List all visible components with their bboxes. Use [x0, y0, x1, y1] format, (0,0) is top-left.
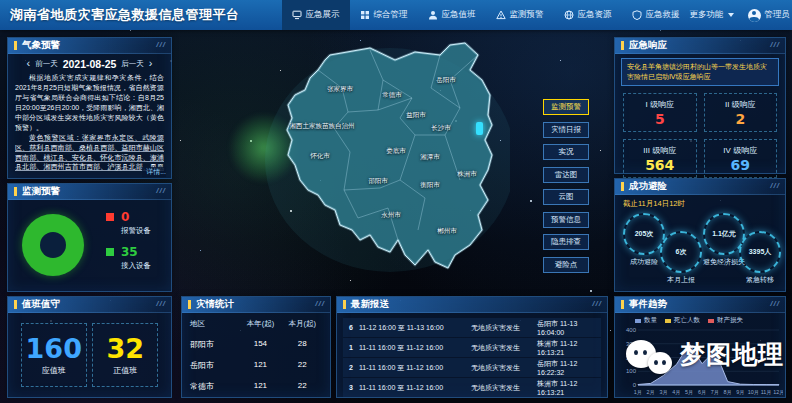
city-label-huaihua[interactable]: 怀化市	[310, 152, 330, 161]
disaster-stats-panel: 灾情统计 地区 本年(起) 本月(起) 邵阳市 154 28 岳阳市 121 2…	[181, 296, 331, 398]
legend-item-deaths[interactable]: 死亡人数	[665, 316, 700, 325]
level-2-label: II 级响应	[725, 99, 756, 110]
level-4-value: 69	[731, 158, 750, 172]
alarm-device-label: 报警设备	[121, 226, 151, 236]
report-period: 11-11 16:00 至 11-12 16:00	[359, 363, 471, 373]
legend-item-count[interactable]: 数量	[635, 316, 657, 325]
monitor-icon	[292, 10, 302, 20]
map-button-shelter-points[interactable]: 避险点	[543, 257, 589, 273]
map-highlight-marker	[476, 122, 483, 135]
nav-item-emergency-display[interactable]: 应急展示	[282, 0, 350, 30]
city-label-xiangtan[interactable]: 湘潭市	[420, 153, 440, 162]
gauge-value: 205次	[635, 229, 654, 239]
city-label-changsha[interactable]: 长沙市	[431, 124, 451, 133]
city-label-yongzhou[interactable]: 永州市	[381, 211, 401, 220]
city-label-changde[interactable]: 常德市	[382, 91, 402, 100]
level-2-response-box: II 级响应 2	[704, 93, 778, 132]
next-arrow-icon[interactable]: ›	[149, 58, 153, 69]
report-source: 岳阳市 11-12 16:22:32	[537, 359, 601, 376]
city-label-zhuzhou[interactable]: 株洲市	[457, 170, 477, 179]
weather-warning-text: 根据地质灾害成灾规律和孕灾条件，结合2021年8月25日短期气象预报情况，省自然…	[8, 73, 171, 171]
svg-text:1月: 1月	[634, 389, 642, 396]
device-donut-chart	[22, 214, 84, 276]
svg-text:300: 300	[626, 341, 637, 347]
weather-details-link[interactable]: 详情...	[142, 167, 166, 177]
city-label-loudi[interactable]: 娄底市	[386, 147, 406, 156]
stats-cell-region[interactable]: 岳阳市	[190, 360, 238, 371]
city-label-yueyang[interactable]: 岳阳市	[436, 76, 456, 85]
next-day-button[interactable]: 后一天	[121, 59, 144, 69]
prev-arrow-icon[interactable]: ‹	[26, 58, 30, 69]
svg-text:100: 100	[626, 368, 637, 374]
report-row[interactable]: 2 11-11 16:00 至 11-12 16:00 无地质灾害发生 岳阳市 …	[343, 358, 601, 377]
nav-item-emergency-rescue[interactable]: 应急救援	[622, 0, 690, 30]
svg-text:3月: 3月	[659, 389, 667, 396]
more-functions-menu[interactable]: 更多功能	[690, 9, 734, 21]
dashboard: 湖南省地质灾害应急救援信息管理平台 应急展示 综合管理 应急值班 监测预警 应急…	[0, 0, 792, 403]
map-layer-buttons: 监测预警 灾情日报 实况 雷达图 云图 预警信息 隐患排查 避险点	[543, 99, 589, 279]
map-button-live[interactable]: 实况	[543, 144, 589, 160]
user-menu[interactable]: 管理员	[748, 9, 792, 22]
connected-device-count: 35	[121, 245, 138, 259]
nav-item-monitoring-warning[interactable]: 监测预警	[486, 0, 554, 30]
latest-reports-list: 6 11-12 16:00 至 11-13 16:00 无地质灾害发生 岳阳市 …	[337, 313, 607, 397]
map-button-disaster-daily[interactable]: 灾情日报	[543, 122, 589, 138]
person-icon	[428, 10, 438, 20]
svg-text:9月: 9月	[736, 389, 744, 396]
report-row[interactable]: 3 11-11 16:00 至 11-12 16:00 无地质灾害发生 株洲市 …	[343, 378, 601, 397]
city-label-shaoyang[interactable]: 邵阳市	[368, 177, 388, 186]
nav-item-emergency-resources[interactable]: 应急资源	[554, 0, 622, 30]
svg-text:0: 0	[633, 382, 637, 388]
svg-text:11月: 11月	[761, 389, 772, 396]
city-label-yiyang[interactable]: 益阳市	[406, 111, 426, 120]
city-label-hengyang[interactable]: 衡阳市	[420, 181, 440, 190]
legend-swatch	[635, 319, 641, 323]
nav-item-emergency-duty[interactable]: 应急值班	[418, 0, 486, 30]
prev-day-button[interactable]: 前一天	[35, 59, 58, 69]
actual-duty-label: 正值班	[113, 365, 137, 376]
nav-label: 应急展示	[306, 9, 340, 21]
city-label-zhangjiajie[interactable]: 张家界市	[327, 85, 353, 94]
svg-text:2月: 2月	[647, 389, 655, 396]
report-no: 2	[343, 364, 359, 371]
report-row[interactable]: 1 11-11 16:00 至 11-12 16:00 无地质灾害发生 株洲市 …	[343, 338, 601, 357]
svg-text:400: 400	[626, 327, 637, 333]
stats-cell-year: 154	[238, 339, 282, 350]
panel-title: 气象预警	[8, 38, 171, 54]
actual-duty-count: 32	[106, 335, 144, 362]
gauge-ring: 6次	[660, 231, 702, 273]
map-button-warning-info[interactable]: 预警信息	[543, 212, 589, 228]
report-period: 11-11 16:00 至 11-12 16:00	[359, 343, 471, 353]
map-button-monitoring-warning[interactable]: 监测预警	[543, 99, 589, 115]
level-3-label: III 级响应	[643, 145, 676, 156]
duty-body: 160 应值班 32 正值班	[8, 313, 171, 387]
legend-item-property-loss[interactable]: 财产损失	[708, 316, 743, 325]
as-of-timestamp: 截止11月14日12时	[623, 199, 685, 209]
gauge-value: 6次	[676, 247, 687, 257]
alarm-legend-swatch	[106, 213, 114, 221]
svg-text:200: 200	[626, 355, 637, 361]
gauge-monthly-reports: 6次 本月上报	[658, 231, 704, 285]
stats-cell-month: 22	[282, 360, 322, 371]
response-notice-ticker[interactable]: 安化县羊角塘镇沙田村的山等一带发生地质灾害险情已启动Ⅳ级应急响应	[621, 58, 779, 86]
top-header: 湖南省地质灾害应急救援信息管理平台 应急展示 综合管理 应急值班 监测预警 应急…	[0, 0, 792, 30]
map-button-cloud[interactable]: 云图	[543, 189, 589, 205]
panel-title: 成功避险	[615, 179, 785, 195]
city-label-chenzhou[interactable]: 郴州市	[437, 227, 457, 236]
svg-text:5月: 5月	[685, 389, 693, 396]
level-3-value: 564	[645, 158, 674, 172]
report-period: 11-11 16:00 至 11-12 16:00	[359, 383, 471, 393]
report-row[interactable]: 6 11-12 16:00 至 11-13 16:00 无地质灾害发生 岳阳市 …	[343, 318, 601, 337]
stats-cell-region[interactable]: 常德市	[190, 381, 238, 392]
stats-cell-year: 121	[238, 381, 282, 392]
city-label-xiangxi[interactable]: 湘西土家族苗族自治州	[290, 122, 355, 131]
map-button-radar[interactable]: 雷达图	[543, 167, 589, 183]
hunan-province-map[interactable]	[250, 40, 510, 285]
nav-item-comprehensive-management[interactable]: 综合管理	[350, 0, 418, 30]
grid-icon	[360, 10, 370, 20]
nav-label: 应急救援	[646, 9, 680, 21]
stats-cell-region[interactable]: 邵阳市	[190, 339, 238, 350]
map-button-hazard-inspection[interactable]: 隐患排查	[543, 234, 589, 250]
header-right: 更多功能 管理员	[690, 9, 792, 22]
duty-panel: 值班值守 160 应值班 32 正值班	[7, 296, 172, 398]
